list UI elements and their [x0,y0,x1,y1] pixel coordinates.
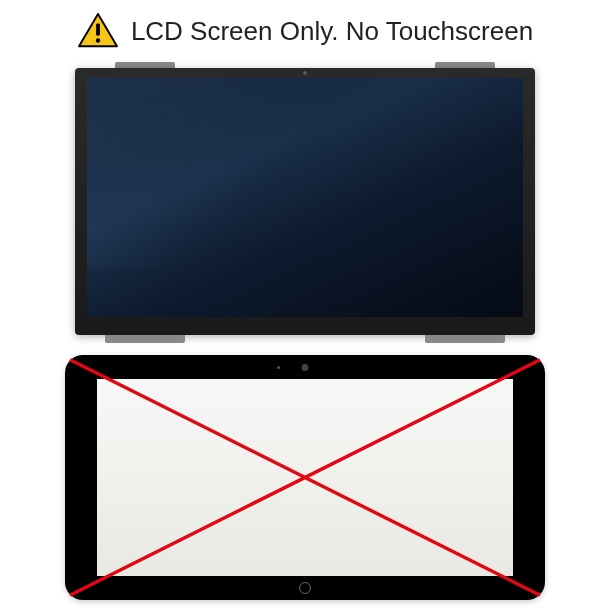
touchscreen-camera-dot [302,364,309,371]
lcd-mounting-tab [105,335,185,343]
header-text: LCD Screen Only. No Touchscreen [131,16,533,47]
lcd-screen-image [75,68,535,335]
warning-triangle-icon [77,12,119,50]
svg-point-1 [96,38,100,42]
touchscreen-bezel [65,355,545,600]
lcd-camera-dot [303,71,307,75]
lcd-bezel [75,68,535,335]
touchscreen-crossed-image [65,355,545,600]
lcd-display [87,78,523,317]
touchscreen-home-button [299,582,311,594]
lcd-mounting-tab [425,335,505,343]
header: LCD Screen Only. No Touchscreen [77,12,533,50]
svg-rect-0 [96,23,100,35]
touchscreen-glass [97,379,513,576]
touchscreen-sensor-dot [277,366,280,369]
lcd-reflection [87,78,349,269]
